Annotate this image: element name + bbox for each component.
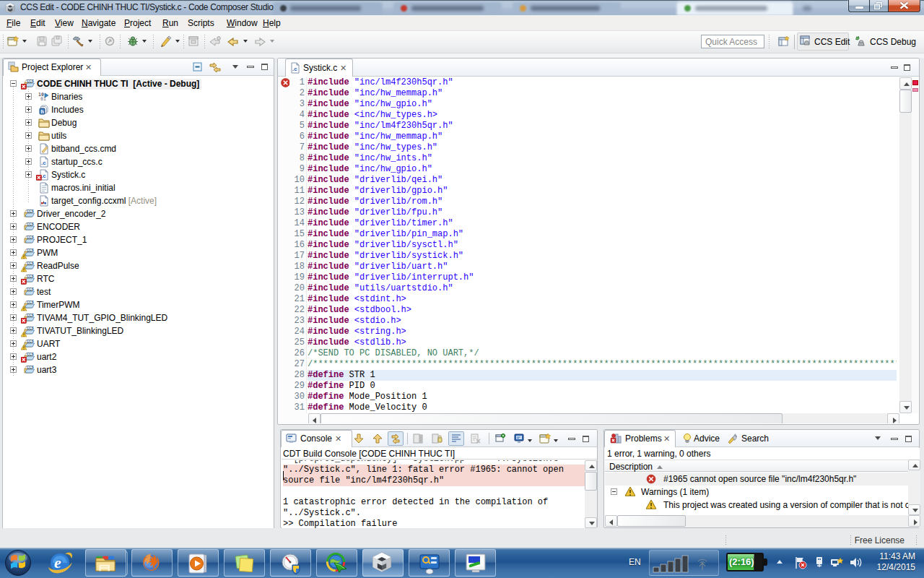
svg-text:e: e [54, 553, 61, 571]
